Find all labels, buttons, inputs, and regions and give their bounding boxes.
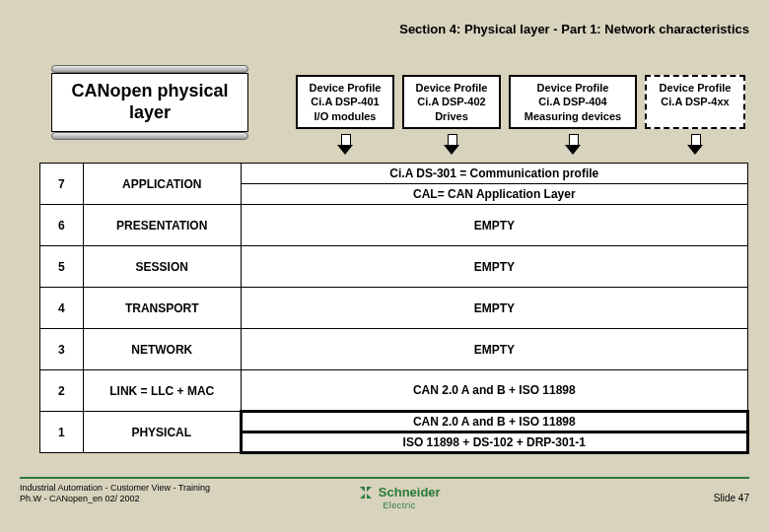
- profile-boxes-row: Device Profile Ci.A DSP-401 I/O modules …: [296, 75, 759, 129]
- layer-name: PHYSICAL: [83, 412, 241, 453]
- table-row: 7 APPLICATION Ci.A DS-301 = Communicatio…: [40, 164, 748, 184]
- schneider-logo: Schneider Electric: [340, 483, 458, 510]
- layer-number: 1: [40, 412, 84, 453]
- logo-icon: [358, 483, 378, 499]
- layer-number: 3: [40, 329, 84, 370]
- layer-desc: EMPTY: [241, 288, 747, 329]
- layer-desc-highlight: CAN 2.0 A and B + ISO 11898: [241, 412, 747, 432]
- layer-number: 6: [40, 205, 84, 246]
- layer-name: SESSION: [83, 246, 241, 288]
- table-row: 1 PHYSICAL CAN 2.0 A and B + ISO 11898: [40, 412, 748, 432]
- profile-line: Ci.A DSP-401: [304, 95, 386, 108]
- layer-desc: Ci.A DS-301 = Communication profile: [241, 164, 747, 184]
- profile-line: Device Profile: [653, 81, 737, 95]
- layer-desc-highlight: ISO 11898 + DS-102 + DRP-301-1: [241, 432, 747, 453]
- profile-line: Ci.A DSP-402: [410, 95, 493, 108]
- arrow-down-icon: [444, 134, 459, 156]
- layer-name: NETWORK: [83, 329, 241, 370]
- arrow-down-icon: [687, 134, 703, 156]
- layer-number: 7: [40, 164, 84, 205]
- layer-name: PRESENTATION: [83, 205, 241, 246]
- layer-number: 4: [40, 288, 84, 329]
- profile-line: I/O modules: [304, 109, 386, 123]
- layer-desc: EMPTY: [241, 246, 747, 288]
- arrows-row: [296, 134, 759, 156]
- section-header: Section 4: Physical layer - Part 1: Netw…: [399, 22, 749, 36]
- table-row: 5 SESSION EMPTY: [40, 246, 748, 288]
- profile-line: Ci.A DSP-4xx: [653, 95, 737, 108]
- profile-line: Measuring devices: [517, 109, 629, 123]
- profile-line: Ci.A DSP-404: [517, 95, 629, 108]
- layer-name: LINK = LLC + MAC: [83, 370, 241, 412]
- layer-number: 5: [40, 246, 84, 288]
- footer-rule: [20, 477, 749, 479]
- table-row: 3 NETWORK EMPTY: [40, 329, 748, 370]
- layer-name: APPLICATION: [83, 164, 241, 205]
- scroll-ornament-bottom: [51, 132, 248, 140]
- logo-sub: Electric: [340, 500, 458, 510]
- profile-line: Drives: [410, 109, 493, 123]
- table-row: 6 PRESENTATION EMPTY: [40, 205, 748, 246]
- footer-left: Industrial Automation - Customer View - …: [20, 483, 210, 504]
- profile-box-4: Device Profile Ci.A DSP-4xx: [645, 75, 745, 129]
- profile-box-1: Device Profile Ci.A DSP-401 I/O modules: [296, 75, 394, 129]
- layer-desc: EMPTY: [241, 205, 747, 246]
- slide-title: CANopen physical layer: [51, 73, 248, 132]
- osi-layers-table: 7 APPLICATION Ci.A DS-301 = Communicatio…: [39, 163, 749, 454]
- profile-line: Device Profile: [304, 81, 386, 95]
- profile-box-3: Device Profile Ci.A DSP-404 Measuring de…: [509, 75, 637, 129]
- scroll-ornament-top: [51, 65, 248, 73]
- layer-desc: CAL= CAN Application Layer: [241, 184, 747, 205]
- logo-brand: Schneider: [379, 485, 441, 499]
- arrow-down-icon: [565, 134, 581, 156]
- arrow-down-icon: [337, 134, 353, 156]
- table-row: 2 LINK = LLC + MAC CAN 2.0 A and B + ISO…: [40, 370, 748, 412]
- table-row: 4 TRANSPORT EMPTY: [40, 288, 748, 329]
- profile-box-2: Device Profile Ci.A DSP-402 Drives: [402, 75, 501, 129]
- footer-line: Industrial Automation - Customer View - …: [20, 483, 210, 494]
- layer-number: 2: [40, 370, 84, 412]
- layer-name: TRANSPORT: [83, 288, 241, 329]
- profile-line: Device Profile: [517, 81, 629, 95]
- footer-line: Ph.W - CANopen_en 02/ 2002: [20, 494, 210, 504]
- profile-line: Device Profile: [410, 81, 493, 95]
- layer-desc: EMPTY: [241, 329, 747, 370]
- slide-number: Slide 47: [714, 493, 749, 503]
- layer-desc: CAN 2.0 A and B + ISO 11898: [241, 370, 747, 412]
